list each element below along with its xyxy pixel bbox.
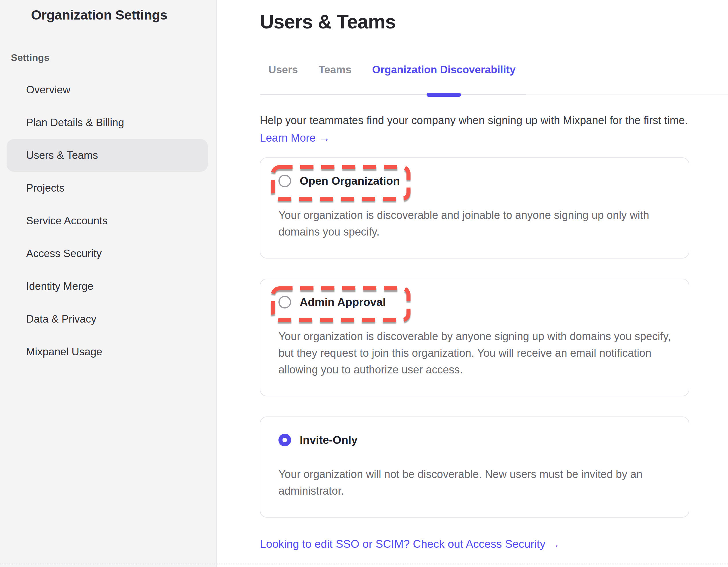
sidebar-item-label: Overview (26, 84, 70, 96)
sidebar-item-data-privacy[interactable]: Data & Privacy (7, 303, 208, 336)
sidebar-item-mixpanel-usage[interactable]: Mixpanel Usage (7, 336, 208, 368)
main-content: Users & Teams Users Teams Organization D… (217, 0, 728, 567)
sidebar: Organization Settings Settings Overview … (0, 0, 217, 567)
option-label[interactable]: Invite-Only (300, 434, 358, 446)
intro-text: Help your teammates find your company wh… (260, 114, 719, 127)
tab-users[interactable]: Users (268, 64, 298, 94)
sidebar-item-overview[interactable]: Overview (7, 73, 208, 106)
bottom-divider (0, 564, 728, 564)
option-row: Open Organization (278, 175, 400, 187)
learn-more-label: Learn More (260, 132, 315, 144)
sidebar-item-label: Access Security (26, 247, 102, 260)
page-title: Users & Teams (260, 10, 719, 33)
arrow-right-icon: → (549, 538, 560, 550)
sidebar-item-label: Identity Merge (26, 280, 93, 293)
option-label[interactable]: Open Organization (300, 175, 400, 187)
sidebar-item-label: Data & Privacy (26, 313, 96, 325)
access-security-link[interactable]: Looking to edit SSO or SCIM? Check out A… (260, 538, 560, 550)
sidebar-item-plan-details-billing[interactable]: Plan Details & Billing (7, 106, 208, 139)
option-description: Your organization is discoverable by any… (278, 328, 673, 378)
sidebar-section-label: Settings (0, 52, 216, 63)
radio-invite-only[interactable] (278, 434, 291, 446)
learn-more-link[interactable]: Learn More → (260, 132, 330, 144)
sidebar-item-users-teams[interactable]: Users & Teams (7, 139, 208, 172)
tab-list: Users Teams Organization Discoverability (260, 64, 526, 95)
sidebar-item-label: Mixpanel Usage (26, 346, 102, 358)
sidebar-item-access-security[interactable]: Access Security (7, 237, 208, 270)
sidebar-item-identity-merge[interactable]: Identity Merge (7, 270, 208, 303)
option-row: Admin Approval (278, 296, 386, 309)
option-row: Invite-Only (278, 434, 358, 446)
option-card-admin-approval: Admin Approval Your organization is disc… (260, 278, 689, 396)
access-security-link-label: Looking to edit SSO or SCIM? Check out A… (260, 538, 545, 550)
tab-teams[interactable]: Teams (319, 64, 352, 94)
option-card-open-organization: Open Organization Your organization is d… (260, 157, 689, 258)
sidebar-item-projects[interactable]: Projects (7, 172, 208, 204)
sidebar-title: Organization Settings (0, 7, 216, 23)
option-label[interactable]: Admin Approval (300, 296, 386, 309)
tab-organization-discoverability[interactable]: Organization Discoverability (372, 64, 516, 94)
option-description: Your organization will not be discoverab… (278, 466, 673, 499)
arrow-right-icon: → (319, 132, 330, 144)
option-description: Your organization is discoverable and jo… (278, 207, 673, 240)
sidebar-item-label: Service Accounts (26, 215, 108, 227)
sidebar-item-label: Projects (26, 182, 65, 194)
radio-admin-approval[interactable] (278, 296, 291, 309)
sidebar-item-label: Plan Details & Billing (26, 117, 124, 129)
radio-open-organization[interactable] (278, 175, 291, 187)
tab-bar: Users Teams Organization Discoverability (260, 64, 719, 95)
sidebar-item-label: Users & Teams (26, 149, 98, 161)
sidebar-item-service-accounts[interactable]: Service Accounts (7, 204, 208, 237)
option-card-invite-only: Invite-Only Your organization will not b… (260, 417, 689, 518)
sidebar-nav: Overview Plan Details & Billing Users & … (0, 73, 216, 368)
